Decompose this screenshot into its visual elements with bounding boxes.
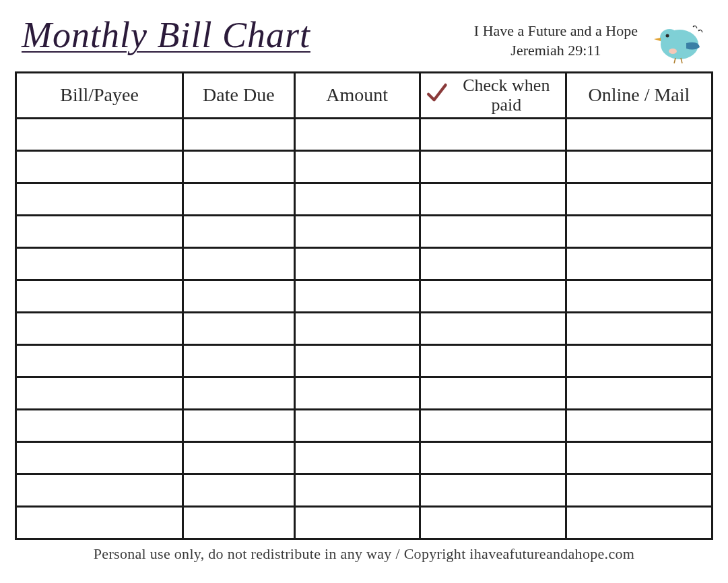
table-cell <box>16 216 183 248</box>
table-cell <box>183 280 294 313</box>
table-body <box>16 119 713 539</box>
table-cell <box>183 345 294 377</box>
table-cell <box>420 183 566 216</box>
table-cell <box>16 377 183 410</box>
checkmark-icon <box>425 82 448 109</box>
table-row <box>16 119 713 151</box>
svg-point-6 <box>698 30 700 31</box>
table-header-row: Bill/Payee Date Due Amount Check when pa… <box>16 73 713 119</box>
document-title: Monthly Bill Chart <box>22 13 310 57</box>
table-cell <box>294 183 420 216</box>
table-cell <box>183 248 294 280</box>
col-header-check-text: Check when paid <box>452 76 561 115</box>
table-cell <box>420 507 566 539</box>
table-cell <box>294 377 420 410</box>
table-row <box>16 280 713 313</box>
table-cell <box>566 280 712 313</box>
table-cell <box>16 280 183 313</box>
table-cell <box>183 377 294 410</box>
table-cell <box>294 442 420 474</box>
table-cell <box>183 216 294 248</box>
table-cell <box>566 313 712 345</box>
table-row <box>16 377 713 410</box>
table-cell <box>294 507 420 539</box>
table-cell <box>566 442 712 474</box>
table-cell <box>294 119 420 151</box>
table-row <box>16 183 713 216</box>
bill-table: Bill/Payee Date Due Amount Check when pa… <box>15 71 713 540</box>
table-cell <box>420 410 566 442</box>
table-row <box>16 410 713 442</box>
table-cell <box>183 151 294 183</box>
document-header: Monthly Bill Chart I Have a Future and a… <box>15 13 713 65</box>
table-cell <box>566 474 712 507</box>
table-cell <box>566 119 712 151</box>
table-cell <box>294 313 420 345</box>
table-cell <box>183 507 294 539</box>
table-cell <box>294 280 420 313</box>
table-cell <box>420 442 566 474</box>
table-cell <box>183 474 294 507</box>
table-cell <box>294 151 420 183</box>
col-header-online-mail: Online / Mail <box>566 73 712 119</box>
bird-icon <box>646 18 706 65</box>
header-right: I Have a Future and a Hope Jeremiah 29:1… <box>474 18 706 65</box>
table-cell <box>183 410 294 442</box>
svg-point-1 <box>660 29 679 47</box>
svg-point-3 <box>669 49 677 54</box>
col-header-check-paid: Check when paid <box>420 73 566 119</box>
table-row <box>16 313 713 345</box>
table-row <box>16 216 713 248</box>
svg-line-4 <box>674 58 675 63</box>
table-cell <box>566 248 712 280</box>
table-cell <box>294 345 420 377</box>
table-row <box>16 474 713 507</box>
table-cell <box>16 442 183 474</box>
svg-point-2 <box>666 34 669 38</box>
table-cell <box>16 345 183 377</box>
table-cell <box>294 474 420 507</box>
col-header-amount: Amount <box>294 73 420 119</box>
svg-point-7 <box>693 26 694 27</box>
table-cell <box>420 248 566 280</box>
table-cell <box>420 377 566 410</box>
table-cell <box>16 248 183 280</box>
table-cell <box>16 151 183 183</box>
table-cell <box>420 280 566 313</box>
table-cell <box>294 248 420 280</box>
table-cell <box>566 151 712 183</box>
table-cell <box>420 151 566 183</box>
table-row <box>16 151 713 183</box>
table-cell <box>183 313 294 345</box>
table-cell <box>294 216 420 248</box>
table-cell <box>420 345 566 377</box>
table-cell <box>566 507 712 539</box>
table-row <box>16 345 713 377</box>
tagline-line-1: I Have a Future and a Hope <box>474 22 638 41</box>
tagline-line-2: Jeremiah 29:11 <box>474 41 638 61</box>
table-cell <box>566 410 712 442</box>
table-cell <box>183 183 294 216</box>
table-cell <box>294 410 420 442</box>
col-header-payee: Bill/Payee <box>16 73 183 119</box>
table-cell <box>183 119 294 151</box>
table-cell <box>420 313 566 345</box>
table-cell <box>420 216 566 248</box>
table-cell <box>16 410 183 442</box>
table-row <box>16 442 713 474</box>
col-header-date-due: Date Due <box>183 73 294 119</box>
table-cell <box>420 474 566 507</box>
tagline: I Have a Future and a Hope Jeremiah 29:1… <box>474 22 638 60</box>
table-cell <box>566 183 712 216</box>
table-row <box>16 248 713 280</box>
table-cell <box>566 345 712 377</box>
table-cell <box>16 474 183 507</box>
table-cell <box>183 442 294 474</box>
table-cell <box>16 313 183 345</box>
footer-text: Personal use only, do not redistribute i… <box>15 545 713 563</box>
table-cell <box>566 216 712 248</box>
table-cell <box>16 119 183 151</box>
table-cell <box>566 377 712 410</box>
table-row <box>16 507 713 539</box>
table-cell <box>16 183 183 216</box>
